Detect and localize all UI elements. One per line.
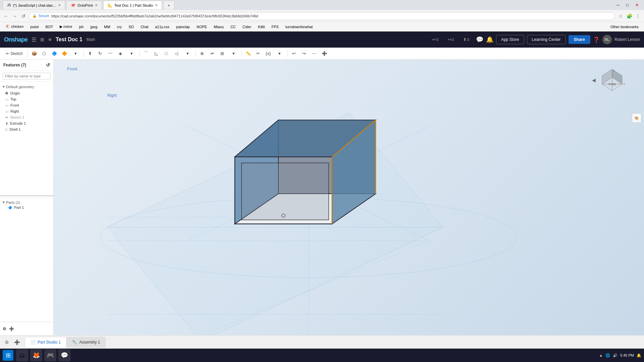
- panel-resize-handle[interactable]: [0, 195, 53, 196]
- tb-more[interactable]: ⋯: [310, 49, 319, 58]
- bookmark-cider[interactable]: Cider: [240, 24, 254, 29]
- tb-redo-m[interactable]: ↪: [300, 49, 309, 58]
- tb-pattern[interactable]: ⊞: [218, 49, 227, 58]
- close-btn[interactable]: ✕: [633, 1, 641, 9]
- share-btn[interactable]: Share: [569, 35, 590, 44]
- tb-revolve[interactable]: ↻: [96, 49, 105, 58]
- notification-icon[interactable]: 🔔: [486, 36, 493, 43]
- redo-btn[interactable]: ↪ 0: [445, 35, 457, 45]
- address-bar[interactable]: 🔒 Secure https://cad.onshape.com/documen…: [29, 12, 615, 20]
- extension-btn[interactable]: 🧩: [626, 13, 633, 19]
- tb-shape2[interactable]: 🔶: [60, 49, 69, 58]
- settings-icon[interactable]: ⚙: [3, 326, 6, 331]
- app-store-btn[interactable]: App Store: [496, 35, 524, 44]
- bookmark-miaou[interactable]: Miaou: [211, 24, 226, 29]
- hamburger-menu[interactable]: ☰: [32, 37, 36, 43]
- user-name[interactable]: Robert Lemon: [614, 37, 640, 42]
- cube-collapse-btn[interactable]: ◀: [592, 77, 596, 83]
- tb-bool[interactable]: ⊕: [198, 49, 207, 58]
- vp-display-btn[interactable]: 🎨: [632, 113, 641, 123]
- taskbar-files[interactable]: 🗂: [16, 349, 28, 361]
- maximize-btn[interactable]: □: [624, 1, 631, 9]
- bookmark-painclap[interactable]: painclap: [173, 24, 193, 29]
- onshape-logo[interactable]: Onshape: [4, 36, 28, 43]
- bookmark-cry[interactable]: cry: [114, 24, 125, 29]
- bookmark-cc[interactable]: CC: [228, 24, 238, 29]
- bookmark-bot[interactable]: BOT: [43, 24, 56, 29]
- taskbar-browser[interactable]: 🦊: [30, 349, 42, 361]
- browser-menu[interactable]: ⋮: [635, 13, 641, 19]
- tb-modify-dropdown[interactable]: ▾: [182, 49, 194, 58]
- tb-shell[interactable]: □: [162, 49, 171, 58]
- taskbar-clock[interactable]: 5:45 PM: [620, 353, 634, 357]
- start-button[interactable]: ⊞: [3, 350, 13, 361]
- tree-shell1[interactable]: □ Shell 1: [0, 126, 53, 132]
- bookmark-chat[interactable]: Chat: [138, 24, 151, 29]
- forward-btn[interactable]: →: [11, 13, 18, 19]
- tb-chamfer[interactable]: ◺: [152, 49, 161, 58]
- tab-close[interactable]: ✕: [155, 3, 158, 7]
- bookmark-other[interactable]: Other bookmarks: [608, 24, 641, 29]
- bookmark-jpeg[interactable]: jpeg: [88, 24, 100, 29]
- tb-variable[interactable]: {x}: [264, 49, 273, 58]
- network-icon[interactable]: 🌐: [605, 353, 610, 358]
- tab-settings-icon[interactable]: ⚙: [3, 338, 11, 346]
- tb-add[interactable]: ➕: [320, 49, 329, 58]
- tb-circle[interactable]: ⬡: [40, 49, 49, 58]
- add-icon[interactable]: ➕: [9, 326, 14, 331]
- bookmark-a11y[interactable]: a11y.css: [152, 24, 172, 29]
- tree-extrude1[interactable]: ⬆ Extrude 1: [0, 120, 53, 126]
- back-btn[interactable]: ←: [3, 13, 9, 19]
- refresh-btn[interactable]: ↺: [20, 13, 27, 19]
- learning-center-btn[interactable]: Learning Center: [527, 35, 566, 44]
- tab-partstudio[interactable]: 📐 Test Doc 1 | Part Studio ✕: [103, 1, 162, 9]
- tab-close[interactable]: ✕: [58, 3, 61, 7]
- features-filter-input[interactable]: [3, 73, 51, 79]
- notification-center[interactable]: 🔔: [637, 353, 641, 358]
- taskbar-steam[interactable]: 🎮: [44, 349, 56, 361]
- tree-origin[interactable]: Origin: [0, 90, 53, 96]
- tab-partstudio-btn[interactable]: 📄 Part Studio 1: [25, 337, 66, 348]
- bookmark-nope[interactable]: NOPE: [194, 24, 210, 29]
- tab-close[interactable]: ✕: [95, 3, 98, 7]
- tb-undo-m[interactable]: ↩: [289, 49, 299, 58]
- bookmark-so[interactable]: SO: [126, 24, 137, 29]
- bookmark-turndown[interactable]: turndownforwhat: [283, 24, 315, 29]
- tb-extrude[interactable]: ⬆: [86, 49, 95, 58]
- bookmark-noice[interactable]: ▶ noice: [57, 24, 75, 29]
- bookmark-killit[interactable]: Killit: [255, 24, 267, 29]
- tree-sketch1[interactable]: ✏ Sketch 1: [0, 114, 53, 120]
- bookmark-chicken[interactable]: 🐔 chicken: [3, 24, 26, 29]
- features-refresh-icon[interactable]: ↺: [46, 62, 50, 68]
- chat-icon[interactable]: 💬: [476, 36, 483, 43]
- tree-right[interactable]: ▭ Right: [0, 108, 53, 114]
- tree-top[interactable]: ▭ Top: [0, 96, 53, 102]
- tb-analyze-dropdown[interactable]: ▾: [274, 49, 286, 58]
- tb-solid-dropdown[interactable]: ▾: [126, 49, 138, 58]
- upload-btn[interactable]: ⬆ 0: [461, 35, 472, 45]
- volume-icon[interactable]: 🔊: [613, 353, 618, 358]
- user-avatar[interactable]: RL: [602, 35, 612, 44]
- help-icon[interactable]: ❓: [593, 37, 600, 43]
- bookmark-mm[interactable]: MM: [101, 24, 113, 29]
- tab-octoprint[interactable]: 🐙 OctoPrint ✕: [66, 1, 102, 9]
- parts-group[interactable]: ▾ Parts (1): [3, 200, 51, 204]
- tb-shape1[interactable]: 🔷: [50, 49, 59, 58]
- minimize-btn[interactable]: ─: [614, 1, 622, 9]
- sys-tray-arrow[interactable]: ▲: [599, 353, 603, 357]
- tree-part1[interactable]: 🔷 Part 1: [3, 204, 51, 210]
- tb-sweep[interactable]: 〰: [106, 49, 115, 58]
- cube-indicator[interactable]: Front Z X ◀: [597, 66, 624, 93]
- bookmark-jsh[interactable]: jsh: [76, 24, 86, 29]
- tb-loft[interactable]: ◈: [116, 49, 125, 58]
- tab-add-icon[interactable]: ➕: [13, 338, 21, 346]
- tb-measure[interactable]: 📏: [244, 49, 253, 58]
- bookmark-jsslot[interactable]: jsslot: [28, 24, 41, 29]
- bookmark-fps[interactable]: FPS: [269, 24, 281, 29]
- taskbar-discord[interactable]: 💬: [58, 349, 70, 361]
- tb-draft[interactable]: ◁: [172, 49, 181, 58]
- tb-shapes-dropdown[interactable]: ▾: [70, 49, 82, 58]
- tb-fillet[interactable]: ⌒: [142, 49, 151, 58]
- tree-front[interactable]: ▭ Front: [0, 102, 53, 108]
- sketch-btn[interactable]: ✏ Sketch: [3, 49, 26, 58]
